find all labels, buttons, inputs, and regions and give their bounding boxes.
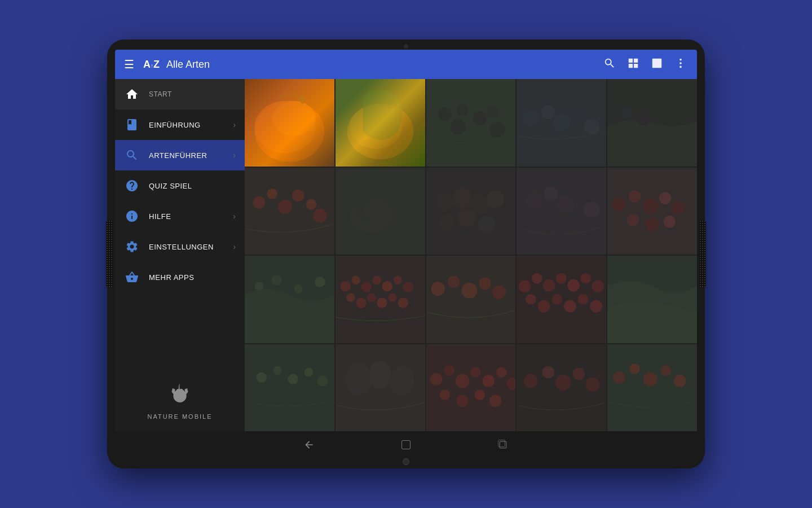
- svg-point-135: [613, 371, 625, 383]
- svg-point-94: [543, 279, 555, 292]
- more-options-icon[interactable]: [671, 54, 690, 76]
- svg-point-13: [438, 107, 452, 121]
- grid-cell-2[interactable]: [336, 79, 425, 167]
- svg-point-14: [456, 103, 469, 116]
- svg-point-16: [473, 111, 487, 125]
- grid-cell-8[interactable]: [426, 168, 516, 255]
- svg-rect-19: [426, 79, 516, 167]
- svg-point-58: [612, 197, 626, 211]
- svg-rect-141: [500, 441, 506, 448]
- speaker-right: [699, 220, 706, 288]
- svg-point-7: [255, 101, 316, 154]
- svg-rect-9: [336, 79, 425, 167]
- svg-point-44: [436, 194, 453, 211]
- nature-logo-icon: [166, 383, 194, 411]
- sidebar-item-mehr-apps[interactable]: MEHR APPS: [115, 262, 245, 292]
- sidebar-artenfuhrer-label: ARTENFÜHRER: [149, 151, 224, 160]
- svg-point-76: [382, 281, 392, 292]
- svg-point-2: [679, 62, 682, 64]
- grid-cell-18[interactable]: [426, 344, 516, 432]
- svg-point-29: [637, 111, 651, 125]
- svg-point-45: [452, 187, 473, 208]
- sidebar-item-hilfe[interactable]: HILFE ›: [115, 201, 245, 231]
- grid-cell-20[interactable]: [607, 344, 697, 432]
- grid-cell-12[interactable]: [336, 256, 425, 343]
- svg-point-1: [679, 58, 682, 60]
- sidebar-quiz-label: QUIZ SPIEL: [149, 182, 236, 190]
- az-sort-icon: A↑Z: [143, 59, 160, 71]
- grid-single-icon[interactable]: [647, 54, 667, 76]
- grid-cell-19[interactable]: [517, 344, 606, 432]
- svg-point-110: [304, 367, 313, 376]
- svg-point-124: [439, 389, 450, 400]
- svg-rect-57: [607, 168, 697, 255]
- tablet-device: ☰ A↑Z Alle Arten: [107, 40, 705, 468]
- svg-point-123: [506, 377, 515, 389]
- svg-point-47: [487, 190, 504, 208]
- svg-point-104: [590, 300, 603, 313]
- svg-rect-27: [607, 79, 697, 167]
- grid-cell-15[interactable]: [607, 256, 697, 343]
- svg-point-133: [586, 377, 600, 391]
- svg-point-109: [288, 374, 298, 384]
- svg-point-108: [273, 366, 281, 374]
- svg-point-30: [659, 103, 672, 116]
- svg-point-86: [431, 282, 445, 296]
- home-button-physical[interactable]: [403, 458, 409, 465]
- grid-cell-4[interactable]: [517, 79, 606, 167]
- svg-point-60: [643, 198, 659, 214]
- image-grid-container: [245, 79, 697, 431]
- svg-point-40: [355, 197, 379, 221]
- svg-point-72: [340, 281, 351, 292]
- svg-point-8: [272, 101, 315, 136]
- svg-rect-38: [336, 168, 425, 255]
- grid-cell-1[interactable]: [245, 79, 334, 167]
- svg-point-23: [553, 114, 570, 132]
- quiz-icon: [124, 178, 140, 194]
- svg-point-93: [532, 273, 542, 284]
- svg-point-18: [489, 122, 505, 138]
- svg-point-77: [393, 276, 401, 284]
- sidebar-item-einstellungen[interactable]: EINSTELLUNGEN ›: [115, 231, 245, 262]
- svg-point-37: [313, 208, 327, 222]
- svg-point-55: [573, 189, 588, 203]
- grid-cell-10[interactable]: [607, 168, 697, 255]
- svg-point-125: [456, 395, 469, 407]
- svg-rect-0: [652, 58, 662, 68]
- sidebar-item-home[interactable]: START: [115, 79, 245, 110]
- grid-cell-13[interactable]: [426, 256, 516, 343]
- svg-point-113: [345, 363, 371, 395]
- grid-cell-6[interactable]: [245, 168, 334, 255]
- grid-cell-17[interactable]: [336, 344, 425, 432]
- hamburger-menu-icon[interactable]: ☰: [122, 55, 136, 73]
- home-button-nav[interactable]: [397, 436, 415, 454]
- search-icon[interactable]: [600, 54, 619, 76]
- svg-point-121: [482, 375, 495, 387]
- svg-point-100: [538, 300, 550, 313]
- recent-apps-button[interactable]: [494, 436, 512, 454]
- search-circle-icon: [124, 147, 140, 163]
- grid-cell-7[interactable]: [336, 168, 425, 255]
- svg-rect-26: [517, 79, 606, 167]
- grid-cell-9[interactable]: [517, 168, 606, 255]
- sidebar-item-quiz[interactable]: QUIZ SPIEL: [115, 170, 245, 201]
- svg-point-119: [455, 374, 469, 388]
- svg-rect-128: [517, 344, 606, 432]
- svg-point-127: [489, 395, 501, 407]
- back-button[interactable]: [300, 436, 318, 454]
- svg-point-70: [315, 277, 325, 287]
- grid-cell-5[interactable]: [607, 79, 697, 167]
- sidebar-item-einfuhrung[interactable]: EINFÜHRUNG ›: [115, 110, 245, 140]
- sidebar-item-artenfuhrer[interactable]: ARTENFÜHRER ›: [115, 140, 245, 170]
- grid-cell-14[interactable]: [517, 256, 606, 343]
- speaker-left: [106, 220, 113, 288]
- grid-cell-16[interactable]: [245, 344, 334, 432]
- grid-cell-11[interactable]: [245, 256, 334, 343]
- svg-point-97: [581, 273, 592, 284]
- svg-rect-12: [426, 79, 516, 167]
- grid-cell-3[interactable]: [426, 79, 516, 167]
- svg-point-89: [479, 278, 491, 290]
- plant-image-grid: [245, 79, 697, 431]
- grid-two-col-icon[interactable]: [624, 54, 643, 76]
- svg-point-75: [372, 276, 381, 284]
